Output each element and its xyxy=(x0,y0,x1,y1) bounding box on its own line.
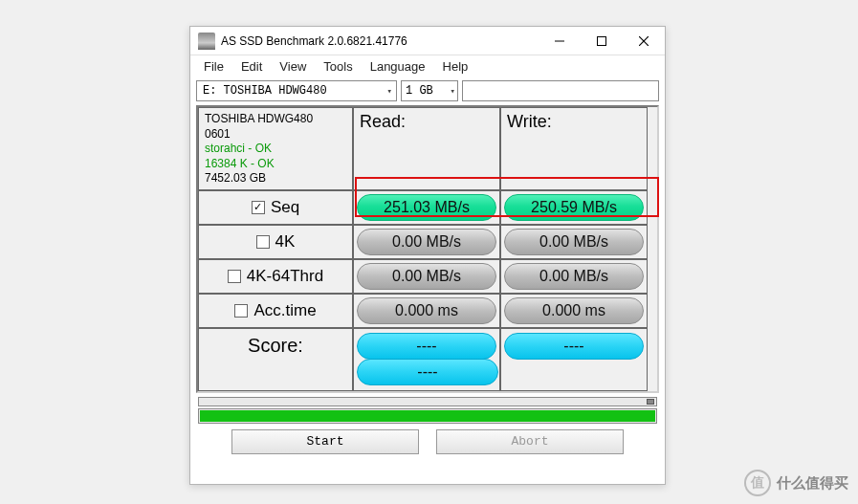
watermark-icon: 值 xyxy=(744,470,771,496)
menu-help[interactable]: Help xyxy=(435,57,476,76)
seq-write-cell: 250.59 MB/s xyxy=(500,190,648,225)
score-read-value: ---- xyxy=(357,333,496,360)
position-thumb[interactable] xyxy=(647,399,654,405)
test-4k-label: 4K xyxy=(198,225,353,259)
app-window: AS SSD Benchmark 2.0.6821.41776 File Edi… xyxy=(189,26,666,485)
menu-view[interactable]: View xyxy=(272,57,314,76)
size-select[interactable]: 1 GB ▾ xyxy=(401,80,458,101)
fourk-checkbox[interactable] xyxy=(256,235,270,249)
score-total-value: ---- xyxy=(357,359,498,385)
menu-language[interactable]: Language xyxy=(363,57,433,76)
toolbar: E: TOSHIBA HDWG480 ▾ 1 GB ▾ xyxy=(190,77,665,105)
info-driver: storahci - OK xyxy=(205,142,346,157)
minimize-button[interactable] xyxy=(539,27,581,55)
fourk-read-value: 0.00 MB/s xyxy=(357,229,496,255)
acc-read-value: 0.000 ms xyxy=(357,297,496,324)
progress-bar xyxy=(198,408,657,424)
fourk64-write-value: 0.00 MB/s xyxy=(504,263,644,290)
close-button[interactable] xyxy=(623,27,665,55)
header-write: Write: xyxy=(500,107,648,190)
seq-read-cell: 251.03 MB/s xyxy=(353,190,500,225)
test-acc-label: Acc.time xyxy=(198,294,353,328)
fourk64-read-cell: 0.00 MB/s xyxy=(353,259,500,294)
menu-tools[interactable]: Tools xyxy=(316,57,360,76)
info-alignment: 16384 K - OK xyxy=(205,157,346,172)
acc-read-cell: 0.000 ms xyxy=(353,294,500,328)
path-field[interactable] xyxy=(462,80,659,101)
seq-write-value: 250.59 MB/s xyxy=(504,194,644,221)
drive-select[interactable]: E: TOSHIBA HDWG480 ▾ xyxy=(196,80,397,101)
titlebar[interactable]: AS SSD Benchmark 2.0.6821.41776 xyxy=(190,27,665,55)
svg-rect-1 xyxy=(598,36,606,45)
acc-write-value: 0.000 ms xyxy=(504,297,644,324)
fourk-read-cell: 0.00 MB/s xyxy=(353,225,500,259)
fourk64-read-value: 0.00 MB/s xyxy=(357,263,496,290)
watermark: 值 什么值得买 xyxy=(744,470,848,496)
start-button[interactable]: Start xyxy=(231,429,419,454)
maximize-button[interactable] xyxy=(581,27,623,55)
menu-edit[interactable]: Edit xyxy=(233,57,270,76)
acc-write-cell: 0.000 ms xyxy=(500,294,648,328)
test-4k64-label: 4K-64Thrd xyxy=(198,259,353,294)
header-read: Read: xyxy=(353,107,500,190)
test-seq-label: ✓ Seq xyxy=(198,190,353,225)
menu-file[interactable]: File xyxy=(196,57,231,76)
abort-button[interactable]: Abort xyxy=(436,429,624,454)
results-panel: TOSHIBA HDWG480 0601 storahci - OK 16384… xyxy=(196,105,659,393)
window-title: AS SSD Benchmark 2.0.6821.41776 xyxy=(221,34,539,48)
info-model: TOSHIBA HDWG480 xyxy=(205,112,346,127)
info-firmware: 0601 xyxy=(205,127,346,142)
fourk64-write-cell: 0.00 MB/s xyxy=(500,259,648,294)
acc-checkbox[interactable] xyxy=(234,304,248,318)
window-controls xyxy=(539,27,665,55)
button-row: Start Abort xyxy=(190,429,665,460)
fourk-write-cell: 0.00 MB/s xyxy=(500,225,648,259)
seq-read-value: 251.03 MB/s xyxy=(357,194,496,221)
size-select-value: 1 GB xyxy=(406,84,433,98)
progress-fill xyxy=(200,410,655,422)
chevron-down-icon: ▾ xyxy=(451,86,455,97)
app-icon xyxy=(198,33,215,50)
fourk64-checkbox[interactable] xyxy=(228,270,241,283)
menubar: File Edit View Tools Language Help xyxy=(190,55,665,77)
position-bar[interactable] xyxy=(198,397,657,406)
drive-select-value: E: TOSHIBA HDWG480 xyxy=(203,84,327,98)
drive-info: TOSHIBA HDWG480 0601 storahci - OK 16384… xyxy=(198,107,353,190)
fourk-write-value: 0.00 MB/s xyxy=(504,229,644,255)
chevron-down-icon: ▾ xyxy=(387,86,392,97)
score-write-value: ---- xyxy=(504,333,644,360)
watermark-text: 什么值得买 xyxy=(777,474,848,493)
seq-checkbox[interactable]: ✓ xyxy=(252,201,265,214)
info-capacity: 7452.03 GB xyxy=(205,171,346,186)
